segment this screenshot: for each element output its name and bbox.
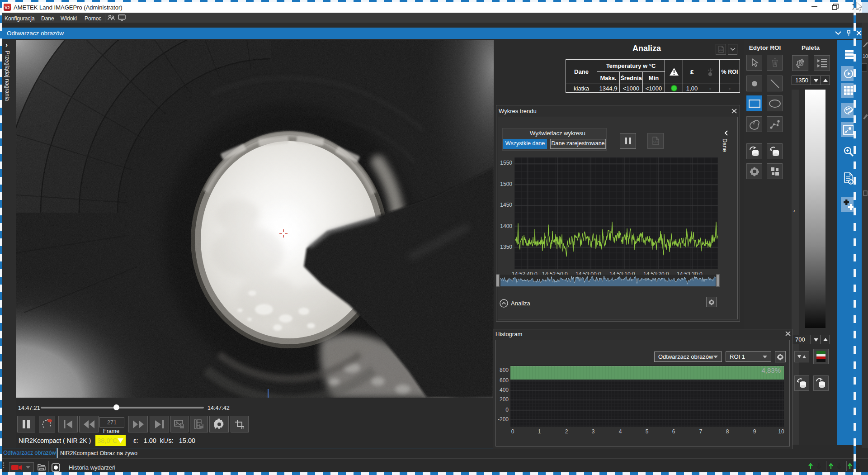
- svg-text:CSV: CSV: [718, 48, 723, 51]
- svg-text:V2: V2: [5, 5, 9, 10]
- svg-text:4,83%: 4,83%: [761, 366, 781, 374]
- svg-text:CSV: CSV: [653, 140, 658, 143]
